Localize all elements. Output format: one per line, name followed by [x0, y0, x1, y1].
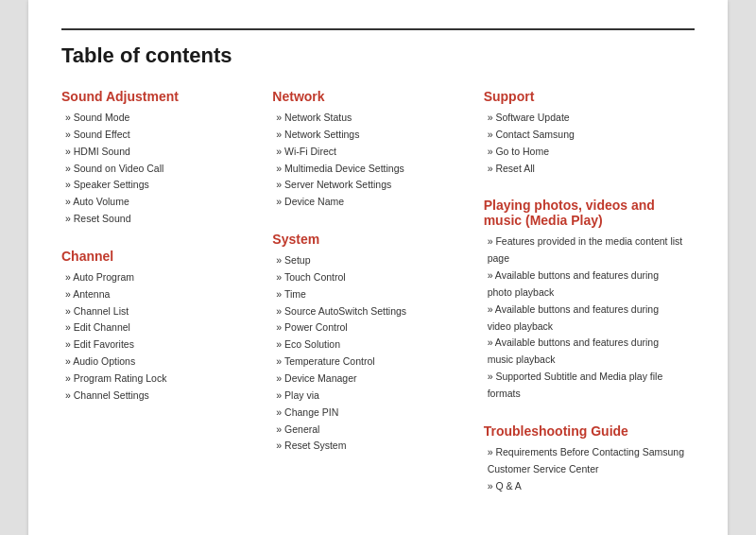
list-item[interactable]: General — [272, 422, 473, 439]
section-channel: ChannelAuto ProgramAntennaChannel ListEd… — [61, 249, 263, 405]
list-item[interactable]: Features provided in the media content l… — [484, 233, 685, 268]
section-media-play: Playing photos, videos and music (Media … — [484, 198, 685, 402]
list-item[interactable]: Edit Channel — [61, 319, 263, 337]
section-support: SupportSoftware UpdateContact SamsungGo … — [484, 89, 685, 177]
list-item[interactable]: Reset Sound — [61, 211, 263, 228]
list-item[interactable]: Requirements Before Contacting Samsung C… — [484, 444, 685, 478]
list-item[interactable]: Q & A — [484, 478, 685, 495]
content-columns: Sound AdjustmentSound ModeSound EffectHD… — [61, 89, 695, 515]
section-title-network: Network — [272, 89, 473, 104]
list-item[interactable]: Change PIN — [272, 405, 473, 422]
list-item[interactable]: Device Name — [272, 194, 473, 211]
list-item[interactable]: Reset System — [272, 438, 473, 455]
list-item[interactable]: Antenna — [61, 286, 263, 303]
section-title-support: Support — [484, 89, 685, 104]
list-item[interactable]: Available buttons and features during mu… — [484, 335, 685, 369]
list-item[interactable]: Audio Options — [61, 354, 263, 371]
list-item[interactable]: Setup — [272, 252, 473, 269]
list-item[interactable]: Program Rating Lock — [61, 371, 263, 388]
section-system: SystemSetupTouch ControlTimeSource AutoS… — [272, 232, 473, 455]
list-item[interactable]: Sound Mode — [61, 110, 263, 127]
list-item[interactable]: Network Status — [272, 110, 473, 127]
title-section: Table of contents — [61, 28, 695, 68]
section-title-channel: Channel — [61, 249, 263, 264]
section-sound-adjustment: Sound AdjustmentSound ModeSound EffectHD… — [61, 89, 263, 228]
list-item[interactable]: Power Control — [272, 319, 473, 337]
section-title-media-play: Playing photos, videos and music (Media … — [484, 198, 685, 228]
list-item[interactable]: Server Network Settings — [272, 177, 473, 194]
list-item[interactable]: Available buttons and features during vi… — [484, 302, 685, 336]
list-item[interactable]: Channel List — [61, 303, 263, 320]
section-network: NetworkNetwork StatusNetwork SettingsWi-… — [272, 89, 473, 211]
list-item[interactable]: Eco Solution — [272, 337, 473, 354]
list-item[interactable]: Speaker Settings — [61, 177, 263, 194]
list-item[interactable]: Channel Settings — [61, 388, 263, 405]
list-item[interactable]: Sound on Video Call — [61, 161, 263, 178]
list-item[interactable]: Auto Volume — [61, 194, 263, 211]
list-item[interactable]: Go to Home — [484, 144, 685, 161]
list-item[interactable]: Temperature Control — [272, 354, 473, 371]
list-item[interactable]: Wi-Fi Direct — [272, 144, 473, 161]
list-item[interactable]: HDMI Sound — [61, 144, 263, 161]
section-title-sound-adjustment: Sound Adjustment — [61, 89, 263, 104]
list-item[interactable]: Play via — [272, 388, 473, 405]
list-item[interactable]: Device Manager — [272, 371, 473, 388]
list-item[interactable]: Supported Subtitle and Media play file f… — [484, 369, 685, 403]
list-item[interactable]: Available buttons and features during ph… — [484, 268, 685, 302]
page-container: Table of contents Sound AdjustmentSound … — [28, 0, 728, 535]
list-item[interactable]: Source AutoSwitch Settings — [272, 303, 473, 320]
list-item[interactable]: Time — [272, 286, 473, 303]
list-item[interactable]: Software Update — [484, 110, 685, 127]
page-title: Table of contents — [61, 43, 695, 68]
section-title-troubleshooting: Troubleshooting Guide — [484, 423, 685, 439]
section-troubleshooting: Troubleshooting GuideRequirements Before… — [484, 423, 685, 495]
list-item[interactable]: Auto Program — [61, 269, 263, 286]
list-item[interactable]: Reset All — [484, 161, 685, 178]
list-item[interactable]: Touch Control — [272, 269, 473, 286]
section-title-system: System — [272, 232, 473, 247]
list-item[interactable]: Multimedia Device Settings — [272, 161, 473, 178]
list-item[interactable]: Edit Favorites — [61, 337, 263, 354]
column-1: NetworkNetwork StatusNetwork SettingsWi-… — [272, 89, 483, 515]
column-2: SupportSoftware UpdateContact SamsungGo … — [484, 89, 695, 515]
list-item[interactable]: Sound Effect — [61, 127, 263, 144]
column-0: Sound AdjustmentSound ModeSound EffectHD… — [61, 89, 272, 515]
list-item[interactable]: Network Settings — [272, 127, 473, 144]
list-item[interactable]: Contact Samsung — [484, 127, 685, 144]
